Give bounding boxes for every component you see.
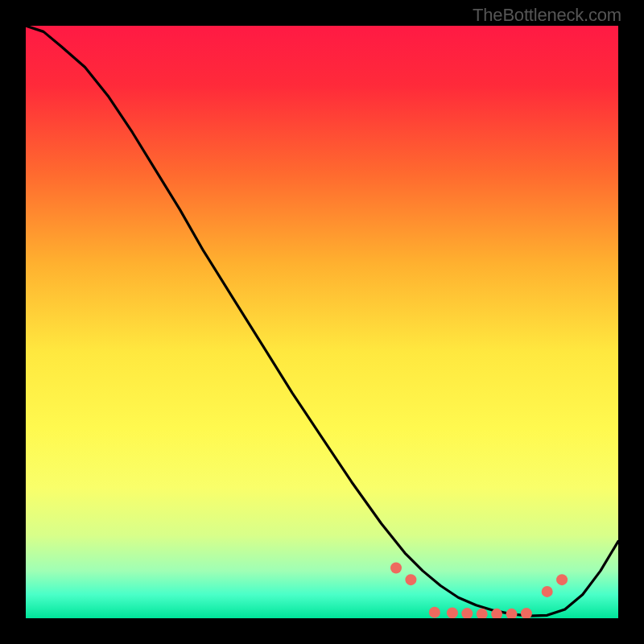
chart-background (26, 26, 618, 618)
marker-dot (556, 574, 568, 585)
chart-container: TheBottleneck.com (0, 0, 644, 644)
chart-svg (26, 26, 618, 618)
marker-dot (429, 607, 440, 618)
marker-dot (405, 574, 416, 585)
marker-dot (542, 586, 553, 597)
marker-dot (390, 562, 402, 573)
watermark-text: TheBottleneck.com (473, 5, 621, 26)
marker-dot (447, 607, 458, 618)
